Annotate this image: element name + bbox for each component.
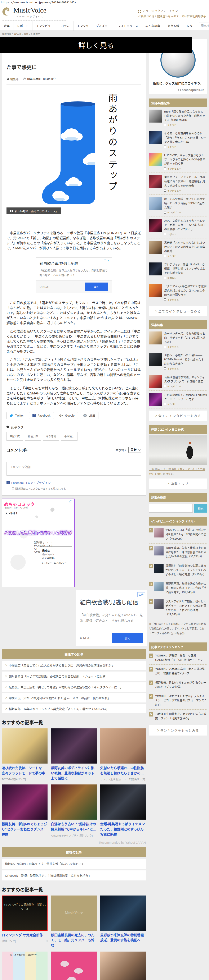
nav-item-interview[interactable]: インタビュー xyxy=(32,21,57,30)
sidebar-search-input[interactable] xyxy=(149,504,193,512)
sidebar-article[interactable]: 高岩遼「スターにならなければいけない」母との約束果たした10年の軌跡インタビュー xyxy=(149,239,207,260)
recommend-card[interactable]: 板野友美、新曲MVでちょっぴり“セクシーおねだりダンス”披露 xyxy=(2,784,48,837)
recommend-card[interactable]: ロマンシング サガ 完全新作 待望のリリース ロマンシング サガ完全新作 [提供… xyxy=(2,896,48,948)
tag-chip[interactable]: 中居正広 xyxy=(6,432,23,441)
recommend-card[interactable]: 白湯はもう古い？“起き抜けの酵素補給”で中からキレイに…Amazing-life… xyxy=(51,784,97,837)
thumbnail[interactable] xyxy=(149,241,162,254)
thumbnail[interactable] xyxy=(100,896,146,931)
share-line-button[interactable]: LINELINE xyxy=(80,412,99,419)
tag-chip[interactable]: 稲垣吾郎 xyxy=(25,432,41,441)
recommend-card[interactable]: 異彩放つ米津玄師の特別番組放送、驚異の才能を検証へ xyxy=(100,896,146,948)
ranking-item[interactable]: 1YOSHIKI、超難問「盆栽」も正解 GACKT称賛「すごい」格付けチェック xyxy=(149,651,207,665)
sidebar-article[interactable]: カーペンターズ、今も色褪せぬ名曲 リチャード「カレンは天才だった」インタビュー xyxy=(149,329,207,351)
tag-chip[interactable]: 草なぎ剛 xyxy=(43,432,59,441)
prevnext-article-link[interactable]: GReeeeN「愛唄」映画化決定、主演は横浜流星「幸せな気持ち」 xyxy=(2,870,146,880)
related-article-link[interactable]: 稲垣吾郎、14年ぶりソロシングル発売決定「多くの方に響かせていきたい」 xyxy=(2,704,146,713)
recommend-card[interactable]: 気付いたら手遅れ…中性脂肪を無視し続けたらまさかの…サラサラ生活 健康ニュース[… xyxy=(100,729,146,781)
nav-item-column[interactable]: コラム xyxy=(57,21,73,30)
unext-ad-card[interactable]: 広告 紅白歌合戦/見逃し配信 「紅白歌合戦」を見た人も見てない人も、見逃し配信で… xyxy=(76,590,147,646)
thumbnail[interactable] xyxy=(149,284,162,297)
related-article-link[interactable]: 観月ありさ「同じ年で幼馴染」香取慎吾の舞台を観劇、２ショットに反響 xyxy=(2,671,146,681)
manga-ad-banner[interactable]: めちゃコミック 夫婦別生：竹充ヒロ/小学館 え〜やば！ バカにしてた愚痴アカウン… xyxy=(2,499,75,587)
share-google-button[interactable]: G+Google xyxy=(56,412,78,419)
serial-top-link[interactable]: 連載トップ xyxy=(149,479,207,489)
ad-info-icon[interactable]: i xyxy=(45,940,48,942)
thumbnail[interactable] xyxy=(149,331,162,344)
thumbnail[interactable] xyxy=(149,375,162,388)
ad-body[interactable]: 「紅白歌合戦」を見た人も見てない人も、見逃し配信で好きなところから観られる！ xyxy=(80,612,143,624)
secondpress-brand[interactable]: secondpress.us xyxy=(151,88,205,92)
share-twitter-button[interactable]: Twitter xyxy=(6,412,27,419)
fortune-link[interactable]: ミュージックフォーチュン xyxy=(138,8,206,14)
yahoo-credit[interactable]: Recommended by Yahoo! JAPAN xyxy=(2,841,146,844)
sidebar-ad-text[interactable]: 販促に、グッズ制作にスゴイやつ。 xyxy=(151,81,205,85)
sidebar-article[interactable]: 東京パフォーマンスドール、今の私達に合う言葉は「勇猛精進」見えてきた６人での未来… xyxy=(149,173,207,194)
ad-close-icon[interactable]: × xyxy=(108,259,110,262)
nav-item-entame[interactable]: エンタメ xyxy=(73,21,93,30)
recommend-card[interactable]: MusicVoice 飯田圭織長男の死去に、つんく、モー娘。元メンバーも悼む xyxy=(51,896,97,948)
thumbnail[interactable] xyxy=(51,951,97,980)
comment-input[interactable] xyxy=(6,462,141,476)
ad-body[interactable]: 「紅白歌合戦」を見た人も見てない人も、見逃し配信で好きなところから観られる！ xyxy=(40,268,108,277)
sidebar-article[interactable]: フレデリック、新曲「LIGHT」の衝撃 世界に通じるフレデリズム その根幹を探る… xyxy=(149,260,207,282)
thumbnail[interactable]: たった1滴で真っ黒毛穴が… xyxy=(2,951,48,980)
breadcrumb-home[interactable]: HOME xyxy=(14,33,21,35)
thumbnail[interactable] xyxy=(149,219,162,232)
thumbnail[interactable] xyxy=(100,729,146,764)
thumbnail[interactable] xyxy=(149,197,162,210)
ranking-item[interactable]: 5乃木坂46生田絵梨花、ガチの“すっぴん”披露 ファン「可愛すぎやろ」 xyxy=(149,710,207,723)
ranking-item[interactable]: 3板野友美、新曲MVでちょっぴり“セクシーおねだりダンス”披露 xyxy=(149,678,207,692)
related-article-link[interactable]: 中居正広「応援してくれた人たちが進めるように」滝沢秀明の出演理由を明かす xyxy=(2,661,146,670)
thumbnail[interactable]: MusicVoice xyxy=(51,896,97,931)
overlay-ad-banner[interactable]: 詳しく見る xyxy=(0,37,192,53)
ad-info-icon[interactable]: i xyxy=(104,259,106,262)
thumbnail[interactable] xyxy=(51,784,97,819)
ranking-more-link[interactable]: ランキングをもっとみる xyxy=(149,725,207,735)
sidebar-article[interactable]: この現象は続く、Michael Fortunati ユーロビートブーム再来インタ… xyxy=(149,391,207,409)
recommend-card[interactable]: 金爆・樽美酒やっぱりイケメンだった、綾野剛とのすっぴん写真に絶賛 xyxy=(100,784,146,837)
ad-open-button[interactable]: 開く xyxy=(112,633,143,643)
thumbnail[interactable] xyxy=(51,729,97,764)
sidebar-article[interactable]: BENI「深く残る作品になった」、日常を切り取った大作 成熟が見える「CINEM… xyxy=(149,107,207,129)
ranking-item[interactable]: 5ラストアイドル二期生、初々しくデビュー なぜアイドルの道を選んだのか それぞれ… xyxy=(149,597,207,619)
thumbnail[interactable] xyxy=(2,784,48,819)
view-all-interviews-link[interactable]: 全てのインタビューをみる xyxy=(149,306,207,316)
fortune-subtitle-link[interactable]: ＜音楽から導く健康運＞今回のテーマは紅白初出場歌手 xyxy=(138,14,206,19)
serial-photo[interactable] xyxy=(149,436,207,465)
ad-title[interactable]: 紅白歌合戦/見逃し配信 xyxy=(80,598,143,607)
serial-article-link[interactable]: 【第18回】太田好治氏（カメラマン）「その時代」を撮り続けたい xyxy=(149,467,207,477)
thumbnail[interactable] xyxy=(100,951,146,980)
thumbnail[interactable] xyxy=(149,353,162,366)
nav-item-photonews[interactable]: フォトニュース xyxy=(114,21,142,30)
ranking-item[interactable]: 2須田亜香里、先輩と後輩以上の関係になれた 珠理奈休養がもたらしたSKE48の変… xyxy=(149,544,207,561)
thumbnail[interactable] xyxy=(149,153,162,166)
ad-open-button[interactable]: 開く xyxy=(85,283,108,291)
sidebar-article[interactable]: 世界へ、必然だった出会い――、HYDE×Starset 惹かれ合った才 終わりな… xyxy=(149,351,207,373)
nav-item-music[interactable]: 音楽 xyxy=(0,21,13,30)
thumbnail[interactable] xyxy=(2,729,48,764)
nav-item-letter[interactable]: レター xyxy=(183,21,199,30)
overlay-ad-label[interactable]: 詳しく見る xyxy=(78,40,114,50)
recommend-card[interactable]: たった1滴で真っ黒毛穴が… SNS・雑誌でも話題の美容オイル♪たった1滴で化粧ノ… xyxy=(2,951,48,980)
ad-title[interactable]: 紅白歌合戦/見逃し配信 xyxy=(40,261,108,266)
thumbnail[interactable]: ロマンシング サガ 完全新作 待望のリリース xyxy=(2,896,48,931)
nav-item-disney[interactable]: ディズニー xyxy=(93,21,114,30)
recommend-card[interactable]: 遊び疲れた後は、シートを広々フラットモードで夢の中TOYOTA[提供リンク] xyxy=(2,729,48,781)
thumbnail[interactable] xyxy=(149,110,162,123)
comments-sort-select[interactable]: 最新 xyxy=(128,447,141,453)
ranking-item[interactable]: 4真野恵里菜、覚悟を決めた役者の道 現実に焦る日々も…今は「常に前を見て」（32… xyxy=(149,579,207,597)
sidebar-article[interactable]: そらる、なぜ支持を集めるのか 「歌う」「作る」ことの本質 シーンと共に歩んだ10… xyxy=(149,129,207,151)
sidebar-search-button[interactable]: 検索 xyxy=(194,504,207,512)
view-all-interviews-link[interactable]: 全てのインタビューをみる xyxy=(149,410,207,421)
nav-item-voices[interactable]: みんなの声 xyxy=(142,21,164,30)
sidebar-article[interactable]: AAA、２度目となる４大ドームツアー完遂 東京ドーム公演「初日の緊張感ってスゴい… xyxy=(149,216,207,238)
sidebar-article[interactable]: ばってん少女隊「聴いたら思わず踊ってしまう音楽」“BDM”に込めた想いインタビュ… xyxy=(149,195,207,216)
manga-ad-logo[interactable]: めちゃコミック xyxy=(4,501,35,507)
facebook-comments-plugin-link[interactable]: f Facebookコメントプラグイン xyxy=(6,480,141,485)
recommend-card[interactable]: 香水もブレスケアもしてないのに！「いい香り」の女性… bi-teki.com [… xyxy=(51,951,97,980)
prevnext-article-link[interactable]: 欅坂46、気迫の２周年ライブ 菅井友香「私たちを信じて」 xyxy=(2,859,146,869)
ranking-item[interactable]: 1元KARA・ニコル「新しい自然な自分を見せたい」ソロ再始動への思い（46,29… xyxy=(149,525,207,543)
breadcrumb-category[interactable]: 音楽 xyxy=(24,33,28,35)
sidebar-article[interactable]: 音楽は普遍的な言語、キャンディス・スプリングス 引き継ぐ遺志インタビュー xyxy=(149,373,207,391)
thumbnail[interactable] xyxy=(149,131,162,144)
